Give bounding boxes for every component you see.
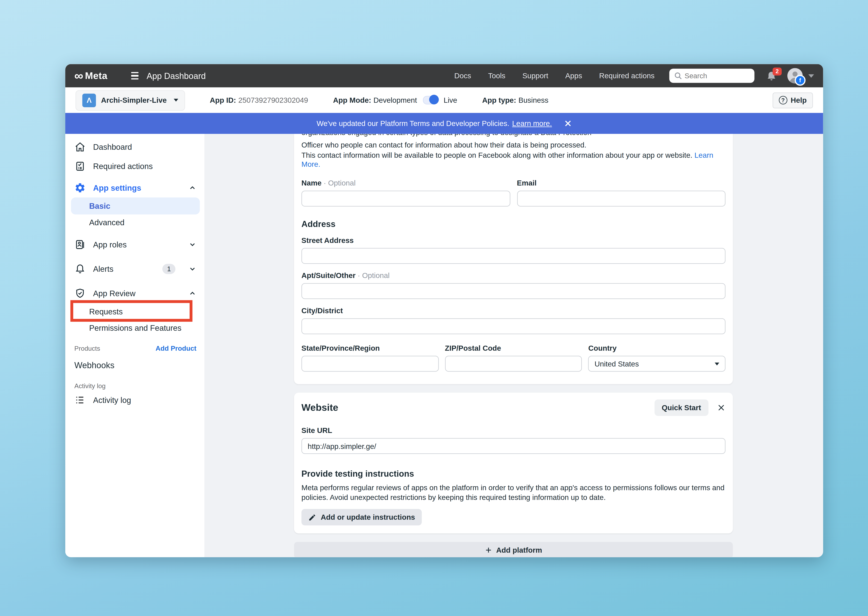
email-field-group: Email xyxy=(517,179,725,206)
apt-suite-input[interactable] xyxy=(301,283,725,299)
zip-field-group: ZIP/Postal Code xyxy=(445,344,582,372)
street-address-input[interactable] xyxy=(301,248,725,264)
sidebar-item-basic[interactable]: Basic xyxy=(71,198,200,214)
sidebar-item-required-actions[interactable]: Required actions xyxy=(65,157,204,176)
sidebar-item-alerts[interactable]: Alerts 1 xyxy=(65,259,204,278)
sidebar-item-app-review[interactable]: App Review xyxy=(65,284,204,303)
app-selector[interactable]: Λ Archi-Simpler-Live xyxy=(75,90,185,110)
banner-learn-more-link[interactable]: Learn more. xyxy=(512,119,552,128)
sidebar-item-label: Permissions and Features xyxy=(89,324,181,333)
sidebar-item-label: Alerts xyxy=(93,264,113,273)
sidebar-item-activity-log[interactable]: Activity log xyxy=(65,390,204,410)
country-select[interactable]: United States xyxy=(588,356,725,372)
nav-link-tools[interactable]: Tools xyxy=(488,71,505,80)
sidebar-item-permissions-features[interactable]: Permissions and Features xyxy=(65,320,204,336)
meta-logo[interactable]: ∞ Meta xyxy=(74,69,107,82)
help-button[interactable]: ? Help xyxy=(772,92,813,108)
contact-description-line2: This contact information will be availab… xyxy=(301,151,725,169)
email-label: Email xyxy=(517,179,725,187)
chevron-up-icon xyxy=(189,184,197,192)
app-mode-value: Development xyxy=(373,96,417,104)
sidebar-item-webhooks[interactable]: Webhooks xyxy=(65,357,204,373)
gear-icon xyxy=(74,182,86,193)
select-caret-icon xyxy=(715,362,719,365)
site-url-input[interactable] xyxy=(301,438,725,454)
sidebar-item-label: Advanced xyxy=(89,218,124,227)
app-id-group: App ID: 25073927902302049 xyxy=(210,96,308,104)
account-caret-icon[interactable] xyxy=(808,74,814,77)
help-label: Help xyxy=(791,96,807,104)
sidebar-item-label: Dashboard xyxy=(93,143,132,151)
app-type-label: App type: xyxy=(482,96,516,104)
facebook-badge-icon: f xyxy=(795,75,805,86)
app-selector-caret-icon xyxy=(173,99,178,102)
window-body: Dashboard Required actions App settings … xyxy=(65,134,823,557)
name-label: Name · Optional xyxy=(301,179,510,187)
app-toolbar: Λ Archi-Simpler-Live App ID: 25073927902… xyxy=(65,88,823,113)
app-icon: Λ xyxy=(82,93,96,107)
sidebar-item-requests[interactable]: Requests xyxy=(65,303,204,320)
alerts-count-badge: 1 xyxy=(162,264,175,274)
app-mode-toggle[interactable] xyxy=(423,96,438,104)
sidebar-item-label: App roles xyxy=(93,240,127,249)
sidebar-item-label: Required actions xyxy=(93,162,153,171)
name-input[interactable] xyxy=(301,191,510,207)
website-card: Website Quick Start Site URL Provide tes… xyxy=(294,393,733,533)
state-input[interactable] xyxy=(301,356,439,372)
page-title: App Dashboard xyxy=(146,71,206,81)
banner-close-icon[interactable] xyxy=(565,120,572,127)
app-mode-group: App Mode: Development Live xyxy=(333,96,457,104)
top-navbar: ∞ Meta App Dashboard Docs Tools Support … xyxy=(65,64,823,88)
city-district-input[interactable] xyxy=(301,318,725,334)
zip-input[interactable] xyxy=(445,356,582,372)
stage: ∞ Meta App Dashboard Docs Tools Support … xyxy=(0,0,868,616)
policy-banner: We've updated our Platform Terms and Dev… xyxy=(65,113,823,134)
email-input[interactable] xyxy=(517,191,725,207)
add-product-link[interactable]: Add Product xyxy=(156,344,197,352)
avatar[interactable]: f xyxy=(787,68,802,83)
plus-icon xyxy=(485,547,492,554)
nav-link-support[interactable]: Support xyxy=(522,71,548,80)
activity-log-section-label: Activity log xyxy=(65,381,204,390)
app-id-value: 25073927902302049 xyxy=(238,96,308,104)
website-close-icon[interactable] xyxy=(717,404,725,412)
city-district-label: City/District xyxy=(301,306,725,315)
search-icon xyxy=(674,71,682,80)
apt-suite-label: Apt/Suite/Other · Optional xyxy=(301,271,725,280)
nav-link-required-actions[interactable]: Required actions xyxy=(599,71,654,80)
notifications-bell-icon[interactable]: 2 xyxy=(766,70,777,82)
notification-badge: 2 xyxy=(772,67,782,75)
quick-start-button[interactable]: Quick Start xyxy=(654,399,708,416)
hamburger-menu-icon[interactable] xyxy=(131,72,139,80)
contact-description-line1: Officer who people can contact for infor… xyxy=(301,141,725,150)
live-label: Live xyxy=(444,96,457,104)
site-url-label: Site URL xyxy=(301,426,725,435)
street-address-label: Street Address xyxy=(301,236,725,245)
contact-address-card: organizations engaged in certain types o… xyxy=(294,134,733,384)
app-type-group: App type: Business xyxy=(482,96,549,104)
nav-link-docs[interactable]: Docs xyxy=(454,71,471,80)
id-card-icon xyxy=(74,239,86,250)
address-heading: Address xyxy=(301,219,725,229)
sidebar-item-app-roles[interactable]: App roles xyxy=(65,235,204,254)
meta-brand-text: Meta xyxy=(85,70,107,82)
search-box xyxy=(669,69,755,83)
sidebar-item-dashboard[interactable]: Dashboard xyxy=(65,137,204,157)
add-platform-button[interactable]: Add platform xyxy=(294,542,733,557)
sidebar: Dashboard Required actions App settings … xyxy=(65,134,204,557)
sidebar-item-app-settings[interactable]: App settings xyxy=(65,178,204,198)
sidebar-item-advanced[interactable]: Advanced xyxy=(65,214,204,231)
bell-outline-icon xyxy=(74,263,86,275)
add-instructions-label: Add or update instructions xyxy=(321,513,415,522)
browser-window: ∞ Meta App Dashboard Docs Tools Support … xyxy=(65,64,823,557)
country-label: Country xyxy=(588,344,725,352)
add-instructions-button[interactable]: Add or update instructions xyxy=(301,509,422,525)
testing-instructions-body: Meta performs regular reviews of apps on… xyxy=(301,483,725,502)
nav-link-apps[interactable]: Apps xyxy=(565,71,582,80)
chevron-down-icon xyxy=(189,265,197,273)
shield-check-icon xyxy=(74,288,86,299)
testing-instructions-heading: Provide testing instructions xyxy=(301,469,725,478)
state-label: State/Province/Region xyxy=(301,344,439,352)
website-heading: Website xyxy=(301,402,338,413)
add-platform-label: Add platform xyxy=(496,546,542,555)
